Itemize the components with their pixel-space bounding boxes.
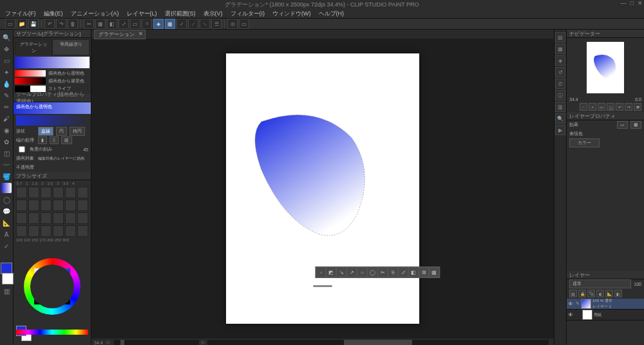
effect-tone-button[interactable]: ▦ (630, 121, 641, 129)
canvas-page[interactable] (226, 53, 419, 324)
brush-size-swatch[interactable] (28, 200, 39, 211)
menu-help[interactable]: ヘルプ(H) (319, 10, 345, 18)
clear-outside-icon[interactable]: ◯ (368, 268, 377, 277)
scale-sel-icon[interactable]: ⤢ (399, 268, 408, 277)
lock-icon[interactable]: 🔒 (578, 290, 586, 297)
fill-sel-icon[interactable]: ◧ (409, 268, 418, 277)
screen-icon[interactable]: ▭ (239, 19, 249, 29)
copy-sel-icon[interactable]: ⎘ (388, 268, 397, 277)
autosave-icon[interactable]: ⏱ (555, 79, 565, 89)
brush-size-swatch[interactable] (28, 212, 39, 224)
ref-icon[interactable]: 📎 (587, 290, 595, 297)
edge-opt3-button[interactable]: ▥ (61, 136, 72, 144)
nav-rotate-r-icon[interactable]: ↷ (625, 103, 632, 111)
blend-mode-select[interactable]: 通常 (569, 279, 631, 288)
brush-size-swatch[interactable] (41, 187, 52, 198)
undo-icon[interactable]: ↶ (44, 19, 55, 29)
subtool-tab-gradation[interactable]: グラデーション (15, 39, 52, 55)
clear-icon[interactable]: 🗑 (68, 19, 78, 29)
brush-size-swatch[interactable] (16, 212, 27, 224)
brush-size-swatch[interactable] (53, 225, 64, 237)
hue-slider[interactable] (16, 330, 88, 335)
marquee-tool-icon[interactable]: ▭ (1, 55, 12, 66)
info-icon[interactable]: ⓘ (555, 90, 565, 100)
maximize-button[interactable]: □ (630, 0, 634, 6)
zoom-in-icon[interactable]: ▷ (202, 340, 205, 345)
minimize-button[interactable]: — (621, 0, 627, 6)
move-tool-icon[interactable]: ✥ (1, 44, 12, 54)
correct-tool-icon[interactable]: ✓ (1, 241, 12, 251)
visibility-icon[interactable]: 👁 (568, 301, 574, 307)
edge-opt2-button[interactable]: ▯ (50, 136, 59, 144)
shape-ellipse-button[interactable]: 楕円 (70, 127, 85, 136)
shape-linear-button[interactable]: 直線 (38, 127, 53, 136)
search-icon[interactable]: 🔍 (555, 113, 565, 124)
airbrush-tool-icon[interactable]: ◉ (1, 125, 12, 135)
snap-icon[interactable]: ✓ (176, 19, 187, 29)
brush-size-swatch[interactable] (77, 212, 88, 224)
subtool-row[interactable]: 描画色から背景色 (15, 77, 90, 85)
bg-color-swatch[interactable] (2, 273, 14, 284)
close-button[interactable]: ✕ (638, 0, 643, 6)
itemsbank-icon[interactable]: ▥ (555, 102, 565, 112)
target-value[interactable]: 編集対象のレイヤーに描画 (38, 156, 84, 162)
subtool-tab-contour[interactable]: 等高線塗り (52, 39, 90, 55)
transform-icon[interactable]: ◈ (153, 19, 164, 29)
layer-row[interactable]: 👁 用紙 (567, 310, 644, 321)
brush-size-swatch[interactable] (65, 187, 76, 198)
brush-size-swatch[interactable] (53, 187, 64, 198)
zoom-slider[interactable] (114, 340, 199, 345)
ruler-tool-icon[interactable]: 📐 (1, 218, 12, 228)
brush-size-swatch[interactable] (41, 225, 52, 237)
save-icon[interactable]: 💾 (28, 19, 39, 29)
color-icon[interactable]: ◈ (555, 55, 565, 66)
menu-filter[interactable]: フィルター(I) (231, 10, 265, 18)
zoom-out-icon[interactable]: ◁ (106, 340, 109, 345)
eyedropper-tool-icon[interactable]: 💧 (1, 79, 12, 89)
brush-size-swatch[interactable] (77, 225, 88, 237)
brush-size-swatch[interactable] (77, 200, 88, 211)
h-scrollbar[interactable] (207, 340, 549, 345)
text-tool-icon[interactable]: A (1, 229, 12, 239)
anim-icon[interactable]: ▶ (555, 125, 565, 135)
brush-size-swatch[interactable] (16, 200, 27, 211)
scale-icon[interactable]: ⤢ (118, 19, 129, 29)
brush-size-swatch[interactable] (65, 212, 76, 224)
shrink-sel-icon[interactable]: ↘ (337, 268, 346, 277)
marquee-icon[interactable]: ▭ (130, 19, 140, 29)
brush-size-swatch[interactable] (65, 225, 76, 237)
brush-size-swatch[interactable] (28, 225, 39, 237)
color-square[interactable] (34, 268, 70, 304)
nav-flip-icon[interactable]: ⇄ (634, 103, 641, 111)
mask-icon[interactable]: ◐ (596, 290, 604, 297)
brush-size-swatch[interactable] (53, 200, 64, 211)
angle-step-checkbox[interactable] (19, 146, 25, 153)
cut-icon[interactable]: ✂ (84, 19, 94, 29)
nav-rotate-l-icon[interactable]: ↶ (616, 103, 623, 111)
brush-size-swatch[interactable] (28, 187, 39, 198)
wand-tool-icon[interactable]: ✦ (1, 67, 12, 77)
layercolor-icon[interactable]: ◧ (614, 290, 622, 297)
newlayer-sel-icon[interactable]: ⊞ (419, 268, 428, 277)
clear-sel-icon[interactable]: ○ (357, 268, 366, 277)
asset-icon[interactable]: ◎ (227, 19, 238, 29)
menu-animation[interactable]: アニメーション(A) (71, 10, 119, 18)
guide-icon[interactable]: ⟍ (200, 19, 210, 29)
material-icon[interactable]: ▦ (555, 44, 565, 54)
visibility-icon[interactable]: 👁 (568, 312, 574, 318)
deselect-icon[interactable]: ▫ (316, 268, 325, 277)
brush-size-swatch[interactable] (65, 200, 76, 211)
redo-icon[interactable]: ↷ (56, 19, 66, 29)
quickaccess-icon[interactable]: ▤ (555, 32, 565, 42)
effect-border-button[interactable]: ▭ (617, 121, 628, 129)
blend-tool-icon[interactable]: 〰 (1, 160, 12, 170)
ruler-icon[interactable]: ⟋ (188, 19, 198, 29)
layer-row[interactable]: 👁 ✎ 100 % 通常 レイヤー 1 (567, 299, 644, 310)
gradient-tool-icon[interactable] (1, 183, 12, 193)
brush-size-swatch[interactable] (53, 212, 64, 224)
ruler-layer-icon[interactable]: 📐 (605, 290, 613, 297)
color-wheel[interactable] (24, 258, 80, 315)
brush-size-swatch[interactable] (41, 200, 52, 211)
cut-sel-icon[interactable]: ✂ (378, 268, 387, 277)
invert-sel-icon[interactable]: ◩ (327, 268, 336, 277)
